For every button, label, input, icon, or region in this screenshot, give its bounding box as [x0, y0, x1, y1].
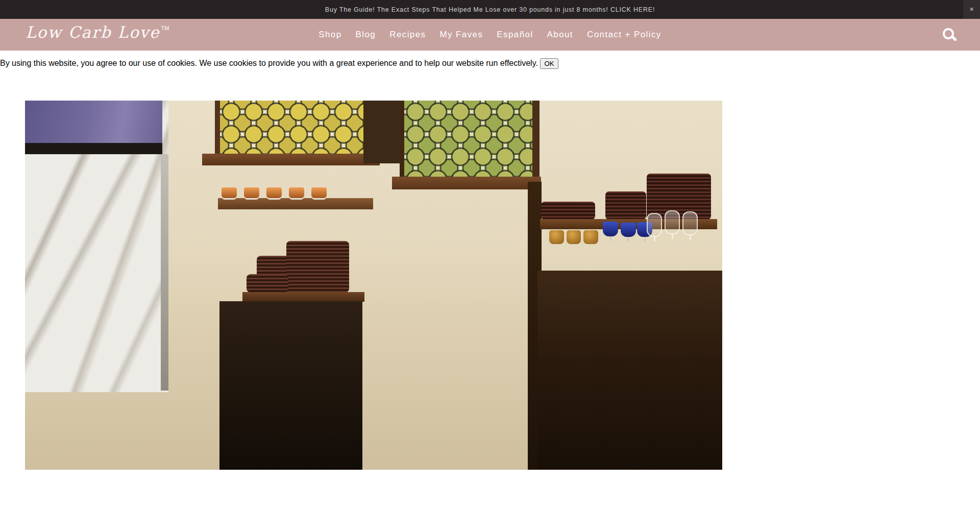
amber-glass — [549, 230, 564, 244]
stained-glass-window-left — [215, 101, 373, 155]
amber-glass — [583, 230, 598, 244]
copper-cup — [222, 187, 237, 198]
plate-stack — [247, 274, 288, 293]
copper-cup — [311, 187, 327, 198]
amber-glasses — [549, 230, 598, 244]
copper-cup — [289, 187, 304, 198]
window-beam-right — [392, 177, 541, 189]
brand-name: Low Carb Love — [26, 23, 160, 41]
dark-cabinet — [219, 301, 362, 470]
cookie-consent-bar: By using this website, you agree to our … — [0, 58, 980, 69]
trademark-mark: TM — [161, 25, 169, 31]
announcement-link[interactable]: Buy The Guide! The Exact Steps That Help… — [325, 6, 655, 13]
wine-glass — [647, 213, 662, 237]
main-nav: Low Carb LoveTM Shop Blog Recipes My Fav… — [0, 19, 980, 51]
plate-stack — [605, 191, 647, 220]
plate-stack — [286, 241, 349, 293]
nav-item-about[interactable]: About — [547, 30, 573, 40]
wine-glass — [665, 210, 680, 234]
blue-goblet — [621, 223, 636, 237]
search-icon[interactable] — [943, 28, 957, 42]
copper-cups — [222, 184, 372, 198]
close-icon[interactable]: ✕ — [963, 0, 980, 19]
nav-item-blog[interactable]: Blog — [356, 30, 376, 40]
page: { "banner": { "message": "Buy The Guide!… — [0, 0, 980, 507]
cookie-message: By using this website, you agree to our … — [0, 59, 538, 67]
announcement-banner: Buy The Guide! The Exact Steps That Help… — [0, 0, 980, 19]
plate-shelf — [242, 292, 364, 302]
cookie-ok-button[interactable]: OK — [540, 58, 558, 69]
copper-cup — [244, 187, 259, 198]
nav-item-my-faves[interactable]: My Faves — [439, 30, 483, 40]
brand-logo[interactable]: Low Carb LoveTM — [26, 23, 168, 41]
nav-item-espanol[interactable]: Español — [497, 30, 533, 40]
nav-item-contact-policy[interactable]: Contact + Policy — [587, 30, 662, 40]
search-handle — [951, 36, 957, 41]
amber-glass — [567, 230, 581, 244]
wine-glass — [682, 211, 698, 235]
kitchen-steel-trim — [161, 154, 168, 391]
copper-cup — [266, 187, 282, 198]
nav-item-recipes[interactable]: Recipes — [389, 30, 426, 40]
stained-glass-window-right — [400, 101, 540, 177]
window-beam-left — [202, 154, 380, 165]
copper-cup-shelf — [218, 198, 373, 209]
plate-stack — [541, 202, 596, 220]
glass-shelf-right — [535, 244, 722, 253]
blue-goblet — [603, 222, 618, 236]
dark-cabinet-right — [537, 271, 722, 470]
kitchen-hood-lip — [25, 143, 162, 154]
nav-menu: Shop Blog Recipes My Faves Español About… — [318, 19, 661, 51]
kitchen-range-hood — [25, 101, 162, 143]
nav-item-shop[interactable]: Shop — [318, 30, 341, 40]
hero-image — [25, 101, 722, 470]
window-post — [363, 101, 400, 163]
